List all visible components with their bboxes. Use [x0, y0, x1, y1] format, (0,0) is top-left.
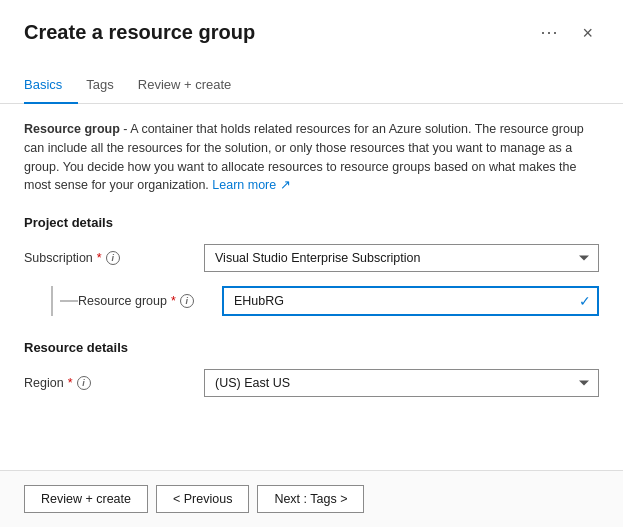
subscription-select[interactable]: Visual Studio Enterprise Subscription — [204, 244, 599, 272]
resource-group-field-row: Resource group * i ✓ — [24, 286, 599, 316]
dialog-header: Create a resource group ··· × — [0, 0, 623, 45]
resource-details-title: Resource details — [24, 340, 599, 355]
subscription-select-wrapper: Visual Studio Enterprise Subscription — [204, 244, 599, 272]
create-resource-group-dialog: Create a resource group ··· × Basics Tag… — [0, 0, 623, 527]
project-details-section: Project details Subscription * i Visual … — [24, 215, 599, 316]
subscription-info-icon[interactable]: i — [106, 251, 120, 265]
region-required: * — [68, 376, 73, 390]
region-select[interactable]: (US) East US(US) West US(EU) West Europe — [204, 369, 599, 397]
region-control: (US) East US(US) West US(EU) West Europe — [204, 369, 599, 397]
dialog-title: Create a resource group — [24, 21, 255, 44]
subscription-required: * — [97, 251, 102, 265]
dialog-footer: Review + create < Previous Next : Tags > — [0, 470, 623, 527]
resource-group-label: Resource group * i — [78, 294, 222, 308]
region-label: Region * i — [24, 376, 204, 390]
region-field-row: Region * i (US) East US(US) West US(EU) … — [24, 369, 599, 397]
project-details-title: Project details — [24, 215, 599, 230]
tab-bar: Basics Tags Review + create — [0, 53, 623, 104]
resource-group-input[interactable] — [222, 286, 599, 316]
resource-group-info-icon[interactable]: i — [180, 294, 194, 308]
vertical-line — [51, 286, 53, 316]
previous-button[interactable]: < Previous — [156, 485, 249, 513]
horizontal-line — [60, 300, 78, 302]
resource-group-check-icon: ✓ — [579, 293, 591, 309]
header-actions: ··· × — [534, 20, 599, 45]
review-create-button[interactable]: Review + create — [24, 485, 148, 513]
resource-details-section: Resource details Region * i (US) East US… — [24, 340, 599, 397]
next-button[interactable]: Next : Tags > — [257, 485, 364, 513]
tab-basics[interactable]: Basics — [24, 69, 78, 104]
description-text: Resource group - A container that holds … — [24, 120, 599, 195]
learn-more-link[interactable]: Learn more ↗ — [212, 178, 290, 192]
close-button[interactable]: × — [576, 22, 599, 44]
connector-lines — [44, 286, 60, 316]
resource-group-control: ✓ — [222, 286, 599, 316]
resource-group-input-wrapper: ✓ — [222, 286, 599, 316]
subscription-field-row: Subscription * i Visual Studio Enterpris… — [24, 244, 599, 272]
region-select-wrapper: (US) East US(US) West US(EU) West Europe — [204, 369, 599, 397]
tab-tags[interactable]: Tags — [86, 69, 129, 104]
description-bold: Resource group — [24, 122, 120, 136]
subscription-control: Visual Studio Enterprise Subscription — [204, 244, 599, 272]
tab-review-create[interactable]: Review + create — [138, 69, 248, 104]
ellipsis-button[interactable]: ··· — [534, 20, 564, 45]
region-info-icon[interactable]: i — [77, 376, 91, 390]
resource-group-required: * — [171, 294, 176, 308]
dialog-body: Resource group - A container that holds … — [0, 104, 623, 470]
subscription-label: Subscription * i — [24, 251, 204, 265]
